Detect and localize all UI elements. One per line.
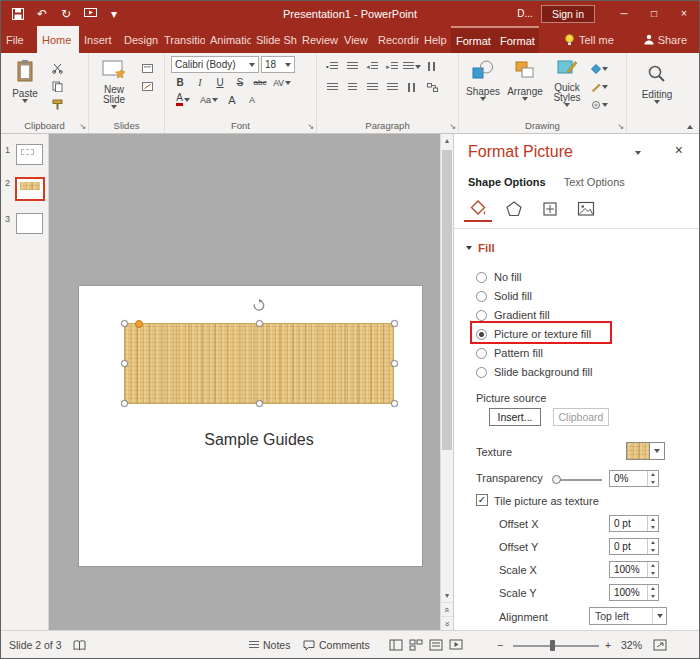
- clipboard-source-button[interactable]: Clipboard: [553, 408, 609, 426]
- bold-button[interactable]: B: [171, 75, 189, 90]
- offset-x-up-icon[interactable]: [648, 516, 658, 524]
- indent-decrease-button[interactable]: ◂: [363, 59, 381, 74]
- strikethrough-button[interactable]: S: [231, 75, 249, 90]
- underline-button[interactable]: U: [211, 75, 229, 90]
- insert-picture-button[interactable]: Insert...: [489, 408, 541, 426]
- minimize-button[interactable]: ─: [609, 1, 639, 26]
- offset-y-down-icon[interactable]: [648, 547, 658, 555]
- texture-dropdown-button[interactable]: [650, 442, 665, 460]
- scale-x-up-icon[interactable]: [648, 562, 658, 570]
- italic-button[interactable]: I: [191, 75, 209, 90]
- offset-y-up-icon[interactable]: [648, 539, 658, 547]
- notes-toggle[interactable]: Notes: [249, 631, 290, 659]
- increase-font-button[interactable]: A: [223, 92, 241, 107]
- adjust-handle[interactable]: [135, 320, 143, 328]
- font-dialog-launcher[interactable]: ↘: [307, 123, 314, 131]
- tab-format-picture[interactable]: Format: [495, 26, 539, 53]
- pane-collapse-icon[interactable]: [635, 151, 641, 155]
- transparency-slider-handle[interactable]: [552, 475, 561, 484]
- tile-picture-checkbox[interactable]: ✓: [476, 494, 488, 506]
- justify-button[interactable]: [383, 80, 401, 95]
- tab-help[interactable]: Help: [419, 26, 451, 53]
- tab-transitions[interactable]: Transitions: [159, 26, 205, 53]
- align-right-button[interactable]: [363, 80, 381, 95]
- scrollbar-track[interactable]: [441, 147, 453, 589]
- start-slideshow-icon[interactable]: [83, 7, 97, 21]
- tab-insert[interactable]: Insert: [79, 26, 119, 53]
- transparency-slider-track[interactable]: [556, 479, 602, 481]
- next-slide-button[interactable]: «: [441, 616, 453, 630]
- fit-slide-button[interactable]: [653, 631, 667, 659]
- tab-view[interactable]: View: [339, 26, 373, 53]
- resize-handle-e[interactable]: [391, 360, 398, 367]
- thumbnail-slide-1[interactable]: 1: [5, 144, 45, 165]
- resize-handle-sw[interactable]: [121, 400, 128, 407]
- effects-icon[interactable]: [500, 196, 528, 222]
- resize-handle-ne[interactable]: [391, 320, 398, 327]
- fill-section-header[interactable]: Fill: [466, 242, 495, 254]
- collapse-ribbon-button[interactable]: [687, 125, 693, 129]
- new-slide-button[interactable]: New Slide: [92, 56, 136, 119]
- tab-format-drawing[interactable]: Format: [451, 26, 495, 53]
- redo-icon[interactable]: ↻: [59, 7, 73, 21]
- tab-home[interactable]: Home: [37, 26, 79, 53]
- fill-option-no-fill[interactable]: No fill: [476, 268, 522, 286]
- slideshow-view-button[interactable]: [449, 631, 463, 659]
- share-button[interactable]: Share: [639, 26, 699, 53]
- slide-sorter-view-button[interactable]: [409, 631, 423, 659]
- scroll-up-button[interactable]: ▴: [441, 134, 453, 147]
- align-left-button[interactable]: [323, 80, 341, 95]
- offset-x-spinner[interactable]: 0 pt: [609, 515, 659, 532]
- transparency-up-icon[interactable]: [648, 471, 658, 479]
- paste-button[interactable]: Paste: [4, 56, 46, 119]
- tab-review[interactable]: Review: [297, 26, 339, 53]
- scroll-down-button[interactable]: ▾: [441, 589, 453, 602]
- font-name-combo[interactable]: Calibri (Body): [171, 56, 259, 73]
- numbering-button[interactable]: [343, 59, 361, 74]
- font-color-button[interactable]: A: [171, 92, 195, 107]
- rotate-handle[interactable]: [253, 298, 266, 316]
- indent-increase-button[interactable]: ▸: [383, 59, 401, 74]
- save-icon[interactable]: [11, 7, 25, 21]
- tab-recording[interactable]: Recording: [373, 26, 419, 53]
- zoom-slider-handle[interactable]: [550, 640, 555, 651]
- arrange-button[interactable]: Arrange: [504, 56, 546, 119]
- slide-editing-surface[interactable]: Sample Guides: [79, 286, 422, 566]
- thumbnail-slide-2[interactable]: 2: [5, 177, 45, 201]
- sign-in-button[interactable]: Sign in: [541, 5, 595, 23]
- resize-handle-nw[interactable]: [121, 320, 128, 327]
- thumbnail-slide-3[interactable]: 3: [5, 213, 45, 234]
- editing-button[interactable]: Editing: [634, 56, 680, 133]
- picture-icon[interactable]: [572, 196, 600, 222]
- change-case-button[interactable]: Aa: [197, 92, 221, 107]
- texture-preview[interactable]: [626, 442, 650, 460]
- font-size-combo[interactable]: 18: [261, 56, 295, 73]
- tab-text-options[interactable]: Text Options: [564, 176, 625, 188]
- maximize-button[interactable]: □: [639, 1, 669, 26]
- fill-option-picture-or-texture-fill[interactable]: Picture or texture fill: [476, 325, 591, 343]
- fill-option-solid-fill[interactable]: Solid fill: [476, 287, 532, 305]
- tab-design[interactable]: Design: [119, 26, 159, 53]
- zoom-slider-track[interactable]: [513, 645, 599, 647]
- resize-handle-n[interactable]: [256, 320, 263, 327]
- reading-view-button[interactable]: [429, 631, 443, 659]
- zoom-out-button[interactable]: −: [497, 631, 503, 659]
- align-center-button[interactable]: [343, 80, 361, 95]
- scale-y-spinner[interactable]: 100%: [609, 584, 659, 601]
- fill-option-gradient-fill[interactable]: Gradient fill: [476, 306, 550, 324]
- quick-styles-button[interactable]: Quick Styles: [546, 56, 588, 119]
- reset-slide-button[interactable]: [138, 79, 156, 94]
- drawing-dialog-launcher[interactable]: ↘: [617, 123, 624, 131]
- resize-handle-w[interactable]: [121, 360, 128, 367]
- tab-file[interactable]: File: [1, 26, 37, 53]
- shape-effects-button[interactable]: [590, 97, 608, 112]
- pane-close-icon[interactable]: ×: [675, 142, 683, 158]
- line-spacing-button[interactable]: [403, 59, 421, 74]
- close-button[interactable]: ×: [669, 1, 699, 26]
- transparency-spinner[interactable]: 0%: [609, 470, 659, 487]
- alignment-dropdown[interactable]: Top left: [589, 607, 667, 625]
- tab-shape-options[interactable]: Shape Options: [468, 176, 546, 188]
- slide-layout-button[interactable]: [138, 61, 156, 76]
- tab-slideshow[interactable]: Slide Show: [251, 26, 297, 53]
- undo-icon[interactable]: ↶: [35, 7, 49, 21]
